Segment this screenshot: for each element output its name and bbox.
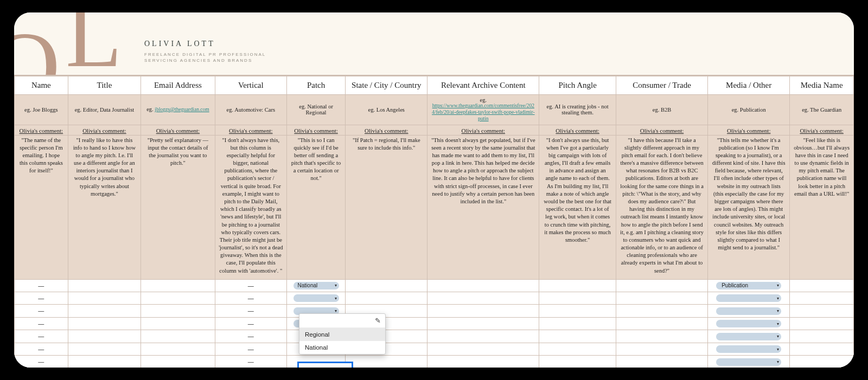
cell-r0-c4[interactable]: National▾ [286,279,345,292]
cell-r0-c6[interactable] [427,279,539,292]
cell-r3-c2[interactable] [141,317,215,330]
cell-r5-c1[interactable] [68,343,141,356]
media-dropdown-r1[interactable]: ▾ [716,294,781,302]
cell-r2-c9[interactable]: ▾ [708,305,790,318]
media-dropdown-r2[interactable]: ▾ [716,307,781,315]
cell-r5-c10[interactable] [790,343,854,356]
cell-r2-c7[interactable] [539,305,616,318]
cell-r0-c8[interactable] [616,279,708,292]
cell-r2-c0[interactable]: — [15,305,68,318]
cell-r3-c10[interactable] [790,317,854,330]
pencil-icon[interactable]: ✎ [375,317,381,325]
cell-r5-c7[interactable] [539,343,616,356]
col-header-9[interactable]: Media / Other [708,76,790,95]
cell-r1-c4[interactable]: ▾ [286,292,345,305]
cell-r3-c1[interactable] [68,317,141,330]
col-header-2[interactable]: Email Address [141,76,215,95]
cell-r1-c2[interactable] [141,292,215,305]
cell-r3-c8[interactable] [616,317,708,330]
cell-r0-c7[interactable] [539,279,616,292]
col-header-3[interactable]: Vertical [215,76,286,95]
cell-r6-c6[interactable] [427,356,539,368]
cell-r0-c10[interactable] [790,279,854,292]
cell-r2-c10[interactable] [790,305,854,318]
cell-r2-c6[interactable] [427,305,539,318]
cell-r6-c7[interactable] [539,356,616,368]
cell-r0-c5[interactable] [346,279,427,292]
cell-r1-c9[interactable]: ▾ [708,292,790,305]
active-cell-outline[interactable] [297,362,353,368]
cell-r1-c3[interactable]: — [215,292,286,305]
patch-dropdown-r1[interactable]: ▾ [293,294,339,302]
patch-dropdown-popup[interactable]: ✎ Regional National [299,313,386,355]
cell-r0-c3[interactable]: — [215,279,286,292]
comment-label-9: Olivia's comment: [708,125,790,135]
cell-r4-c7[interactable] [539,330,616,343]
col-header-8[interactable]: Consumer / Trade [616,76,708,95]
dash-placeholder: — [38,295,44,301]
cell-r6-c9[interactable]: ▾ [708,356,790,368]
cell-r2-c2[interactable] [141,305,215,318]
cell-r5-c0[interactable]: — [15,343,68,356]
cell-r1-c0[interactable]: — [15,292,68,305]
media-dropdown-r4[interactable]: ▾ [716,333,781,340]
cell-r2-c1[interactable] [68,305,141,318]
media-dropdown-r6[interactable]: ▾ [716,358,781,366]
col-header-5[interactable]: State / City / Country [346,76,427,95]
cell-r0-c0[interactable]: — [15,279,68,292]
cell-r0-c1[interactable] [68,279,141,292]
dash-placeholder: — [248,333,254,339]
cell-r5-c2[interactable] [141,343,215,356]
cell-r4-c10[interactable] [790,330,854,343]
cell-r5-c8[interactable] [616,343,708,356]
col-header-6[interactable]: Relevant Archive Content [427,76,539,95]
cell-r6-c1[interactable] [68,356,141,368]
dropdown-option-regional[interactable]: Regional [299,328,385,341]
cell-r6-c5[interactable] [346,356,427,368]
cell-r5-c9[interactable]: ▾ [708,343,790,356]
cell-r4-c2[interactable] [141,330,215,343]
cell-r2-c8[interactable] [616,305,708,318]
cell-r5-c6[interactable] [427,343,539,356]
cell-r4-c6[interactable] [427,330,539,343]
patch-dropdown-r0[interactable]: National▾ [293,282,339,289]
comment-body-8: "I have this because I'll take a slightl… [616,135,708,279]
cell-r1-c5[interactable] [346,292,427,305]
cell-r1-c1[interactable] [68,292,141,305]
cell-r4-c8[interactable] [616,330,708,343]
media-dropdown-r0[interactable]: Publication▾ [716,282,781,289]
col-header-0[interactable]: Name [15,76,68,95]
cell-r3-c6[interactable] [427,317,539,330]
col-header-10[interactable]: Media Name [790,76,854,95]
media-dropdown-r3[interactable]: ▾ [716,320,781,327]
col-header-7[interactable]: Pitch Angle [539,76,616,95]
cell-r6-c0[interactable]: — [15,356,68,368]
cell-r3-c9[interactable]: ▾ [708,317,790,330]
example-link-2[interactable]: jbloggs@theguardian.com [155,107,209,113]
cell-r6-c3[interactable]: — [215,356,286,368]
cell-r3-c3[interactable]: — [215,317,286,330]
cell-r1-c8[interactable] [616,292,708,305]
data-row: ——▾ [15,330,854,343]
cell-r4-c9[interactable]: ▾ [708,330,790,343]
cell-r3-c0[interactable]: — [15,317,68,330]
cell-r6-c2[interactable] [141,356,215,368]
col-header-4[interactable]: Patch [286,76,345,95]
cell-r4-c0[interactable]: — [15,330,68,343]
cell-r6-c10[interactable] [790,356,854,368]
dropdown-option-national[interactable]: National [299,341,385,354]
col-header-1[interactable]: Title [68,76,141,95]
cell-r0-c2[interactable] [141,279,215,292]
cell-r1-c6[interactable] [427,292,539,305]
example-link-6[interactable]: https://www.theguardian.com/commentisfre… [431,103,535,123]
cell-r5-c3[interactable]: — [215,343,286,356]
cell-r1-c10[interactable] [790,292,854,305]
cell-r4-c1[interactable] [68,330,141,343]
cell-r1-c7[interactable] [539,292,616,305]
cell-r4-c3[interactable]: — [215,330,286,343]
cell-r2-c3[interactable]: — [215,305,286,318]
media-dropdown-r5[interactable]: ▾ [716,345,781,353]
cell-r0-c9[interactable]: Publication▾ [708,279,790,292]
cell-r6-c8[interactable] [616,356,708,368]
cell-r3-c7[interactable] [539,317,616,330]
